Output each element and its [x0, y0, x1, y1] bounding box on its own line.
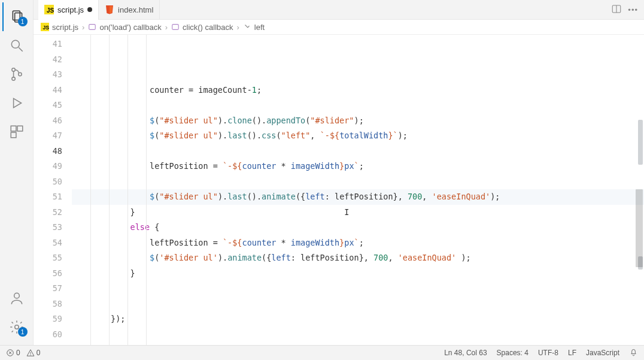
breadcrumb-item[interactable]: on('load') callback [88, 23, 161, 32]
code-line[interactable]: leftPosition = `-${counter * imageWidth}… [72, 235, 644, 251]
breadcrumb-label: script.js [52, 23, 78, 32]
line-number: 60 [34, 327, 62, 343]
code-line[interactable] [72, 98, 644, 113]
line-number: 58 [34, 297, 62, 312]
code-line[interactable]: } [72, 266, 644, 282]
status-bar: 0 0 Ln 48, Col 63 Spaces: 4 UTF-8 LF Jav… [0, 345, 644, 360]
line-number: 56 [34, 266, 62, 282]
code-line[interactable]: $("#slider ul").clone().appendTo("#slide… [72, 113, 644, 129]
breadcrumb-label: on('load') callback [99, 23, 161, 32]
eol[interactable]: LF [568, 349, 576, 357]
tab-label: script.js [57, 5, 84, 14]
svg-point-11 [14, 293, 19, 298]
tabs-bar: JSscript.jsindex.html ••• [34, 0, 644, 20]
cursor-position[interactable]: Ln 48, Col 63 [444, 349, 487, 357]
tab-label: index.html [118, 5, 153, 14]
errors-count[interactable]: 0 [6, 349, 20, 357]
line-number: 42 [34, 52, 62, 68]
breadcrumb: JSscript.js›on('load') callback›click() … [34, 20, 644, 35]
code-line[interactable] [72, 174, 644, 190]
text-cursor-icon: I [135, 207, 350, 217]
svg-point-27 [30, 355, 31, 355]
svg-rect-9 [17, 126, 23, 131]
tab-script-js[interactable]: JSscript.js [38, 0, 99, 20]
explorer-icon[interactable]: 1 [2, 2, 31, 31]
svg-point-6 [18, 72, 21, 75]
editor[interactable]: 4142434445464748495051525354555657585960… [34, 35, 644, 345]
svg-text:JS: JS [47, 7, 54, 14]
code-line[interactable]: }); [72, 342, 644, 345]
tab-index-html[interactable]: index.html [99, 0, 160, 20]
svg-marker-7 [13, 98, 21, 107]
code-line[interactable]: } I [72, 205, 644, 220]
code-line[interactable] [72, 144, 644, 159]
breadcrumb-item[interactable]: left [243, 23, 265, 32]
line-number: 59 [34, 311, 62, 327]
js-file-icon: JS [41, 23, 49, 31]
line-number: 51 [34, 189, 62, 205]
unsaved-indicator-icon [87, 7, 92, 12]
js-file-icon: JS [44, 5, 54, 14]
code-line[interactable]: else { [72, 220, 644, 235]
svg-point-2 [11, 40, 19, 48]
line-number: 43 [34, 67, 62, 83]
warnings-count[interactable]: 0 [26, 349, 41, 357]
explorer-badge: 1 [18, 17, 28, 26]
breadcrumb-separator-icon: › [165, 23, 168, 32]
code-line[interactable] [72, 327, 644, 343]
line-number: 47 [34, 128, 62, 144]
minimap-scrollbar[interactable] [634, 35, 643, 345]
line-number: 44 [34, 83, 62, 98]
callback-icon [88, 23, 96, 31]
line-number: 45 [34, 98, 62, 113]
breadcrumb-item[interactable]: click() callback [171, 23, 233, 32]
code-line[interactable]: leftPosition = `-${counter * imageWidth}… [72, 159, 644, 174]
line-number: 53 [34, 220, 62, 235]
svg-point-4 [11, 68, 14, 71]
code-line[interactable]: $("#slider ul").last().css("left", `-${t… [72, 128, 644, 144]
svg-rect-10 [11, 132, 16, 138]
svg-point-12 [14, 325, 19, 329]
indent-setting[interactable]: Spaces: 4 [497, 349, 528, 357]
line-number: 48 [34, 144, 62, 159]
encoding[interactable]: UTF-8 [538, 349, 558, 357]
html5-file-icon [105, 5, 114, 14]
svg-line-3 [19, 47, 23, 52]
breadcrumb-separator-icon: › [82, 23, 84, 32]
more-actions-icon[interactable]: ••• [628, 5, 638, 14]
breadcrumb-label: click() callback [183, 23, 233, 32]
code-line[interactable]: $("#slider ul").last().animate({left: le… [72, 189, 644, 205]
line-number: 50 [34, 174, 62, 190]
code-line[interactable] [72, 297, 644, 312]
svg-rect-22 [172, 25, 179, 30]
breadcrumb-label: left [254, 23, 265, 32]
source-control-icon[interactable] [2, 60, 31, 89]
split-editor-icon[interactable] [611, 4, 622, 16]
svg-point-5 [11, 77, 14, 80]
accounts-icon[interactable] [2, 284, 31, 313]
code-line[interactable]: counter = imageCount-1; [72, 83, 644, 98]
code-line[interactable] [72, 281, 644, 297]
run-debug-icon[interactable] [2, 89, 31, 117]
code-area[interactable]: counter = imageCount-1; $("#slider ul").… [72, 35, 644, 345]
settings-badge: 1 [18, 327, 28, 337]
breadcrumb-item[interactable]: JSscript.js [41, 23, 78, 32]
line-number: 49 [34, 159, 62, 174]
line-number: 52 [34, 205, 62, 220]
line-number: 55 [34, 250, 62, 266]
code-line[interactable]: $('#slider ul').animate({left: leftPosit… [72, 250, 644, 266]
line-number: 41 [34, 37, 62, 52]
line-gutter: 4142434445464748495051525354555657585960 [34, 35, 72, 345]
search-icon[interactable] [2, 31, 31, 60]
extensions-icon[interactable] [2, 117, 31, 146]
code-line[interactable]: }); [72, 311, 644, 327]
language-mode[interactable]: JavaScript [586, 349, 619, 357]
svg-rect-21 [89, 25, 96, 30]
svg-text:JS: JS [43, 25, 50, 31]
breadcrumb-separator-icon: › [237, 23, 239, 32]
callback-icon [171, 23, 180, 31]
activity-bar: 1 1 [0, 0, 34, 345]
svg-rect-8 [11, 126, 16, 131]
notifications-icon[interactable] [629, 347, 638, 358]
settings-gear-icon[interactable]: 1 [2, 313, 31, 341]
